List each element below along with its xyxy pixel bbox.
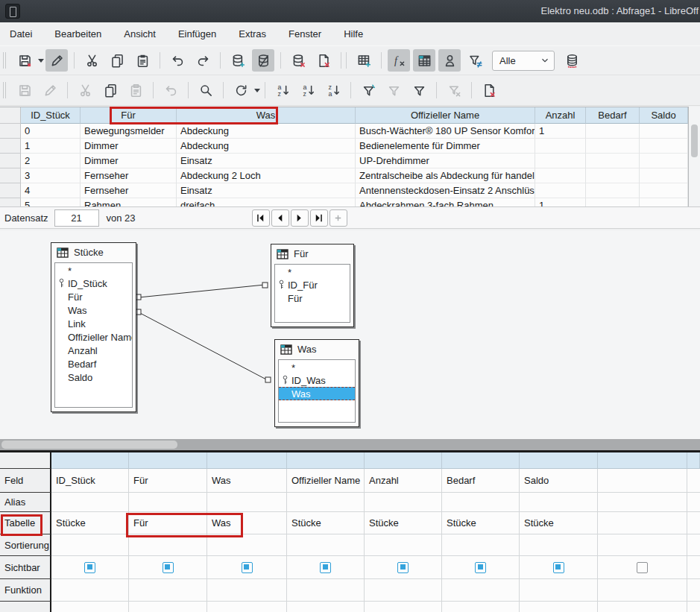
cell[interactable] bbox=[640, 198, 688, 206]
feld-cell[interactable]: Anzahl bbox=[365, 469, 442, 493]
design-column-header[interactable] bbox=[51, 452, 129, 469]
funktion-cell[interactable] bbox=[687, 579, 700, 602]
save-dropdown-caret[interactable] bbox=[38, 59, 44, 63]
alias-cell[interactable] bbox=[287, 493, 365, 512]
record-number-input[interactable] bbox=[54, 209, 99, 227]
field-row[interactable]: Anzahl bbox=[55, 344, 132, 357]
redo-button[interactable] bbox=[192, 49, 214, 72]
cell[interactable]: Antennensteckdosen-Einsatz 2 Anschlüss bbox=[356, 183, 535, 198]
find-record-button[interactable] bbox=[195, 79, 217, 101]
menu-ansicht[interactable]: Ansicht bbox=[116, 25, 164, 43]
alias-cell[interactable] bbox=[687, 493, 700, 512]
cell[interactable] bbox=[586, 154, 640, 168]
sortierung-cell[interactable] bbox=[598, 534, 687, 556]
column-header-bedarf[interactable]: Bedarf bbox=[586, 107, 640, 124]
row-selector[interactable] bbox=[0, 154, 21, 168]
column-header-id-stueck[interactable]: ID_Stück bbox=[21, 107, 81, 124]
cell[interactable]: 1 bbox=[535, 124, 586, 139]
field-row[interactable]: Für bbox=[275, 291, 350, 305]
filter-neq-button[interactable] bbox=[464, 49, 486, 72]
tabelle-cell[interactable]: Für bbox=[129, 512, 207, 534]
sortierung-cell[interactable] bbox=[287, 534, 365, 556]
cell[interactable]: Rahmen bbox=[81, 198, 177, 206]
tabelle-cell[interactable]: Stücke bbox=[365, 512, 442, 534]
edit-data-button[interactable] bbox=[252, 49, 274, 72]
design-column-header[interactable] bbox=[365, 452, 442, 469]
save-button[interactable] bbox=[13, 49, 36, 72]
design-column-header[interactable] bbox=[442, 452, 520, 469]
cell[interactable] bbox=[640, 139, 688, 154]
cell[interactable]: 2 bbox=[21, 154, 81, 168]
cell[interactable]: Fernseher bbox=[81, 168, 177, 183]
cell[interactable] bbox=[586, 198, 640, 206]
tabelle-cell[interactable]: Stücke bbox=[442, 512, 520, 534]
sortierung-cell[interactable] bbox=[365, 534, 442, 556]
cell[interactable]: Bedienelemente für Dimmer bbox=[356, 139, 535, 154]
add-table-button[interactable] bbox=[353, 49, 375, 72]
field-row[interactable]: * bbox=[275, 265, 350, 278]
cell[interactable]: 0 bbox=[21, 124, 81, 139]
tabelle-cell[interactable]: Stücke bbox=[51, 512, 129, 534]
cell[interactable]: Abdeckrahmen 3-fach Rahmen bbox=[356, 198, 535, 206]
field-row[interactable]: Bedarf bbox=[55, 357, 132, 370]
cell[interactable] bbox=[535, 168, 586, 183]
delete-record-button-2[interactable] bbox=[478, 79, 500, 101]
field-row[interactable]: ID_Für bbox=[275, 278, 350, 291]
cell[interactable]: 1 bbox=[535, 198, 586, 206]
cell[interactable] bbox=[535, 154, 586, 168]
paste-button[interactable] bbox=[131, 49, 154, 72]
menu-bearbeiten[interactable]: Bearbeiten bbox=[46, 25, 110, 43]
filter-combobox[interactable]: Alle bbox=[492, 51, 555, 71]
menu-einfuegen[interactable]: Einfügen bbox=[170, 25, 224, 43]
funktion-cell[interactable] bbox=[598, 579, 687, 602]
field-row[interactable]: * bbox=[279, 360, 355, 373]
table-box-title[interactable]: Stücke bbox=[51, 243, 136, 262]
sichtbar-checkbox[interactable] bbox=[242, 562, 253, 573]
scrollbar-thumb[interactable] bbox=[1, 441, 177, 449]
join-handle[interactable] bbox=[136, 294, 141, 300]
funktion-cell[interactable] bbox=[442, 579, 520, 602]
cell[interactable]: Bewegungsmelder bbox=[81, 124, 177, 139]
cell[interactable]: Einsatz bbox=[177, 183, 356, 198]
distinct-values-button[interactable] bbox=[438, 49, 461, 72]
join-handle[interactable] bbox=[265, 377, 271, 382]
cell[interactable]: dreifach bbox=[177, 198, 356, 206]
sichtbar-checkbox[interactable] bbox=[320, 562, 331, 573]
feld-cell[interactable]: Offizieller Name bbox=[287, 469, 365, 493]
field-row-selected[interactable]: Was bbox=[279, 387, 355, 400]
previous-record-button[interactable] bbox=[271, 209, 289, 227]
cell[interactable] bbox=[640, 168, 688, 183]
feld-cell[interactable]: Bedarf bbox=[442, 469, 520, 493]
alias-cell[interactable] bbox=[442, 493, 520, 512]
sichtbar-checkbox[interactable] bbox=[163, 562, 174, 573]
feld-cell[interactable]: ID_Stück bbox=[51, 469, 129, 493]
field-row[interactable]: ID_Was bbox=[279, 373, 355, 387]
column-header-fuer[interactable]: Für bbox=[81, 107, 177, 124]
cell[interactable] bbox=[586, 124, 640, 139]
scrollbar-thumb[interactable] bbox=[691, 124, 698, 157]
join-handle[interactable] bbox=[136, 309, 141, 315]
alias-cell[interactable] bbox=[520, 493, 598, 512]
data-source-button[interactable] bbox=[561, 49, 583, 72]
tabelle-cell[interactable]: Stücke bbox=[520, 512, 598, 534]
design-column-header[interactable] bbox=[520, 452, 598, 469]
column-header-was[interactable]: Was bbox=[177, 107, 356, 124]
design-column-header[interactable] bbox=[287, 452, 365, 469]
design-table-stuecke[interactable]: Stücke * ID_Stück Für Was Link Offiziell… bbox=[51, 242, 136, 412]
last-record-button[interactable] bbox=[310, 209, 328, 227]
copy-button[interactable] bbox=[106, 49, 128, 72]
row-selector[interactable] bbox=[0, 198, 21, 206]
first-record-button[interactable] bbox=[252, 209, 270, 227]
row-selector[interactable] bbox=[0, 139, 21, 154]
cell[interactable]: Busch-Wächter® 180 UP Sensor Komfort bbox=[356, 124, 535, 139]
toolbar-drag-handle[interactable] bbox=[3, 52, 6, 69]
sichtbar-checkbox[interactable] bbox=[84, 562, 95, 573]
insert-record-button[interactable] bbox=[227, 49, 249, 72]
funktion-cell[interactable] bbox=[129, 579, 207, 602]
tabelle-cell[interactable] bbox=[687, 512, 700, 534]
edit-mode-button[interactable] bbox=[45, 49, 68, 72]
funktion-cell[interactable] bbox=[520, 579, 598, 602]
apply-filter-button[interactable] bbox=[408, 79, 430, 101]
delete-record-button[interactable] bbox=[312, 49, 335, 72]
cell[interactable] bbox=[640, 154, 688, 168]
